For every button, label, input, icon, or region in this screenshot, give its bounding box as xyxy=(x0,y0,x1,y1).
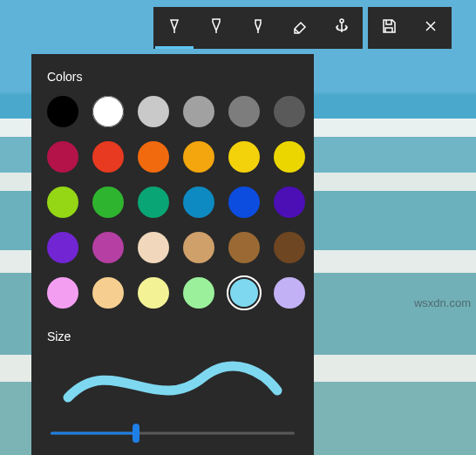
color-swatch-purple[interactable] xyxy=(47,232,78,263)
svg-point-0 xyxy=(340,19,343,23)
color-swatch-black[interactable] xyxy=(47,96,78,127)
watermark-text: wsxdn.com xyxy=(414,296,471,309)
color-swatch-indigo[interactable] xyxy=(274,187,305,218)
stroke-preview-curve xyxy=(59,356,286,408)
color-swatch-dark-red[interactable] xyxy=(47,141,78,173)
color-swatch-magenta[interactable] xyxy=(92,232,124,263)
color-swatch-beige[interactable] xyxy=(138,232,169,263)
size-label: Size xyxy=(47,329,298,343)
color-swatch-light-gray[interactable] xyxy=(138,96,169,127)
save-button[interactable] xyxy=(368,7,410,49)
color-swatch-dark-brown[interactable] xyxy=(274,232,305,263)
highlighter-tool[interactable] xyxy=(237,7,279,49)
pen-icon xyxy=(166,17,183,38)
color-swatch-light-yellow[interactable] xyxy=(138,277,169,309)
color-swatch-orange[interactable] xyxy=(138,141,169,173)
pen-settings-panel: Colors Size xyxy=(31,54,314,455)
anchor-tool[interactable] xyxy=(321,7,363,49)
close-icon xyxy=(422,17,439,38)
swatch-row xyxy=(47,96,298,127)
highlighter-icon xyxy=(249,17,267,38)
color-swatch-light-blue[interactable] xyxy=(228,277,260,309)
pen-tool[interactable] xyxy=(153,7,195,49)
pencil-tool[interactable] xyxy=(195,7,237,49)
color-swatch-tan[interactable] xyxy=(183,232,214,263)
close-button[interactable] xyxy=(410,7,452,49)
eraser-tool[interactable] xyxy=(279,7,321,49)
stroke-preview xyxy=(47,356,298,408)
drawing-toolbar xyxy=(153,7,452,49)
colors-label: Colors xyxy=(47,70,298,84)
color-swatch-peach[interactable] xyxy=(92,277,124,309)
color-swatch-yellow[interactable] xyxy=(228,141,260,173)
eraser-icon xyxy=(291,17,309,38)
swatch-row xyxy=(47,141,298,173)
color-swatch-light-green[interactable] xyxy=(183,277,214,309)
swatch-row xyxy=(47,187,298,218)
color-swatch-green[interactable] xyxy=(92,187,124,218)
color-swatch-lavender[interactable] xyxy=(274,277,305,309)
color-swatch-gold[interactable] xyxy=(274,141,305,173)
color-swatch-teal[interactable] xyxy=(138,187,169,218)
color-swatch-gray[interactable] xyxy=(183,96,214,127)
color-swatch-brown[interactable] xyxy=(228,232,260,263)
swatch-row xyxy=(47,232,298,263)
swatch-row xyxy=(47,277,298,309)
color-swatch-royal-blue[interactable] xyxy=(228,187,260,218)
size-slider[interactable] xyxy=(51,424,295,443)
slider-fill xyxy=(51,432,136,435)
tool-group-drawing xyxy=(153,7,363,49)
pencil-icon xyxy=(207,17,225,38)
save-icon xyxy=(380,17,398,38)
color-swatch-darker-gray[interactable] xyxy=(274,96,305,127)
color-swatch-dark-gray[interactable] xyxy=(228,96,260,127)
size-section: Size xyxy=(47,329,298,443)
anchor-icon xyxy=(333,17,350,38)
color-swatch-blue[interactable] xyxy=(183,187,214,218)
slider-thumb[interactable] xyxy=(133,424,139,443)
color-swatch-pink[interactable] xyxy=(47,277,78,309)
tool-group-actions xyxy=(368,7,452,49)
color-swatch-lime[interactable] xyxy=(47,187,78,218)
color-swatch-red[interactable] xyxy=(92,141,124,173)
color-swatch-amber[interactable] xyxy=(183,141,214,173)
color-swatch-grid xyxy=(47,96,298,309)
color-swatch-white[interactable] xyxy=(92,96,124,127)
